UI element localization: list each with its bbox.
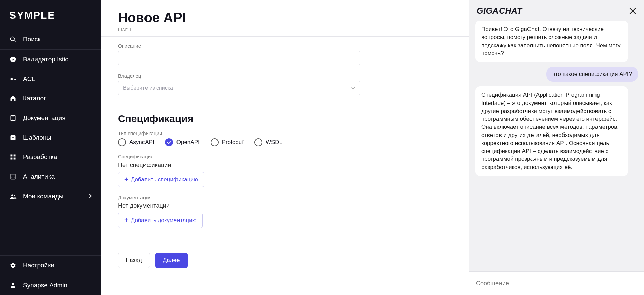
home-icon <box>9 95 17 102</box>
search-icon <box>9 36 17 43</box>
sidebar-item-label: Аналитика <box>23 173 55 180</box>
svg-rect-4 <box>12 79 15 79</box>
sidebar-item-1[interactable]: ACL <box>0 69 101 89</box>
svg-point-0 <box>11 37 15 41</box>
plus-icon: + <box>124 176 128 183</box>
spec-type-field: Тип спецификации AsyncAPIOpenAPIProtobuf… <box>118 130 360 146</box>
chat-body: Привет! Это GigaChat. Отвечу на техничес… <box>469 21 644 271</box>
sidebar-item-label: ACL <box>23 75 35 83</box>
radio-circle-icon <box>165 138 173 146</box>
page-title: Новое API <box>118 10 452 25</box>
radio-asyncapi[interactable]: AsyncAPI <box>118 138 154 146</box>
radio-circle-icon <box>211 138 219 146</box>
sidebar-item-4[interactable]: Шаблоны <box>0 128 101 147</box>
chat-panel: GIGACHAT Привет! Это GigaChat. Отвечу на… <box>469 0 644 295</box>
spec-type-label: Тип спецификации <box>118 130 360 136</box>
add-doc-button[interactable]: + Добавить документацию <box>118 213 203 228</box>
sidebar-item-5[interactable]: Разработка <box>0 147 101 167</box>
chat-input[interactable] <box>469 272 644 295</box>
sidebar-item-7[interactable]: Мои команды <box>0 186 101 206</box>
brand-text: SYMPLE <box>9 9 55 21</box>
sidebar-item-label: Каталог <box>23 95 46 102</box>
svg-rect-14 <box>11 158 13 160</box>
svg-rect-6 <box>15 79 16 80</box>
sidebar-item-label: Документация <box>23 114 65 122</box>
owner-label: Владелец <box>118 73 360 79</box>
sidebar-item-0[interactable]: Валидатор Istio <box>0 50 101 69</box>
nav-bottom: Настройки Synapse Admin <box>0 255 101 295</box>
svg-point-20 <box>11 194 13 196</box>
svg-point-3 <box>11 78 13 80</box>
nav-section-main: Валидатор IstioACLКаталогДокументацияШаб… <box>0 49 101 206</box>
chat-title: GIGACHAT <box>477 6 522 16</box>
settings-nav[interactable]: Настройки <box>0 256 101 275</box>
radio-wsdl[interactable]: WSDL <box>254 138 282 146</box>
sidebar-item-3[interactable]: Документация <box>0 108 101 128</box>
svg-point-22 <box>12 283 14 285</box>
chat-message-user: что такое спецификация API? <box>546 67 638 82</box>
step-label: ШАГ 1 <box>118 27 452 32</box>
radio-label: OpenAPI <box>176 139 200 146</box>
chat-input-area <box>469 271 644 295</box>
radio-protobuf[interactable]: Protobuf <box>211 138 244 146</box>
sidebar-item-label: Валидатор Istio <box>23 56 69 63</box>
spec-label: Спецификация <box>118 154 360 159</box>
svg-rect-13 <box>14 155 16 157</box>
back-button[interactable]: Назад <box>118 253 150 268</box>
brand-logo: SYMPLE <box>0 0 101 30</box>
close-icon[interactable] <box>629 7 637 15</box>
doc-field: Документация Нет документации + Добавить… <box>118 195 360 228</box>
add-spec-label: Добавить спецификацию <box>131 176 198 183</box>
svg-rect-12 <box>11 155 13 157</box>
caret-down-icon <box>351 85 355 91</box>
desc-label: Описание <box>118 43 360 49</box>
sidebar: SYMPLE Поиск Валидатор IstioACLКаталогДо… <box>0 0 101 295</box>
owner-field: Владелец Выберите из списка <box>118 73 360 95</box>
desc-field: Описание <box>118 43 360 65</box>
radio-group: AsyncAPIOpenAPIProtobufWSDL <box>118 138 360 146</box>
owner-placeholder: Выберите из списка <box>123 85 173 91</box>
report-icon <box>9 173 17 180</box>
spec-empty-text: Нет спецификации <box>118 161 360 169</box>
chat-message-bot: Спецификация API (Application Programmin… <box>475 86 628 176</box>
svg-line-1 <box>14 40 16 42</box>
sidebar-item-label: Разработка <box>23 153 57 161</box>
doc-list-icon <box>9 114 17 122</box>
svg-point-2 <box>10 57 16 62</box>
chat-header: GIGACHAT <box>469 0 644 21</box>
user-label: Synapse Admin <box>23 282 67 289</box>
check-circle-icon <box>9 56 17 63</box>
radio-circle-icon <box>254 138 262 146</box>
main-content: Новое API ШАГ 1 Описание Владелец Выбери… <box>101 0 469 295</box>
search-nav[interactable]: Поиск <box>0 30 101 49</box>
chat-message-bot: Привет! Это GigaChat. Отвечу на техничес… <box>475 21 628 62</box>
gear-icon <box>9 262 17 269</box>
footer-bar: Назад Далее <box>101 245 469 268</box>
divider <box>101 36 469 37</box>
people-icon <box>9 193 17 200</box>
user-nav[interactable]: Synapse Admin <box>0 275 101 295</box>
radio-label: WSDL <box>266 139 282 146</box>
key-icon <box>9 75 17 83</box>
plus-box-icon <box>9 134 17 141</box>
add-doc-label: Добавить документацию <box>131 217 197 224</box>
doc-empty-text: Нет документации <box>118 202 360 209</box>
doc-label: Документация <box>118 195 360 200</box>
svg-rect-5 <box>14 79 15 80</box>
spec-heading: Спецификация <box>118 113 452 124</box>
sidebar-item-2[interactable]: Каталог <box>0 89 101 108</box>
desc-input[interactable] <box>118 51 360 65</box>
owner-select[interactable]: Выберите из списка <box>118 81 360 95</box>
next-button[interactable]: Далее <box>155 253 188 268</box>
radio-label: Protobuf <box>222 139 244 146</box>
sidebar-item-label: Шаблоны <box>23 134 51 141</box>
add-spec-button[interactable]: + Добавить спецификацию <box>118 172 204 187</box>
grid-icon <box>9 153 17 161</box>
chevron-right-icon <box>89 193 92 200</box>
svg-point-21 <box>14 195 15 196</box>
plus-icon: + <box>124 216 128 224</box>
person-icon <box>9 282 17 289</box>
search-label: Поиск <box>23 36 41 43</box>
radio-openapi[interactable]: OpenAPI <box>165 138 200 146</box>
sidebar-item-6[interactable]: Аналитика <box>0 167 101 186</box>
